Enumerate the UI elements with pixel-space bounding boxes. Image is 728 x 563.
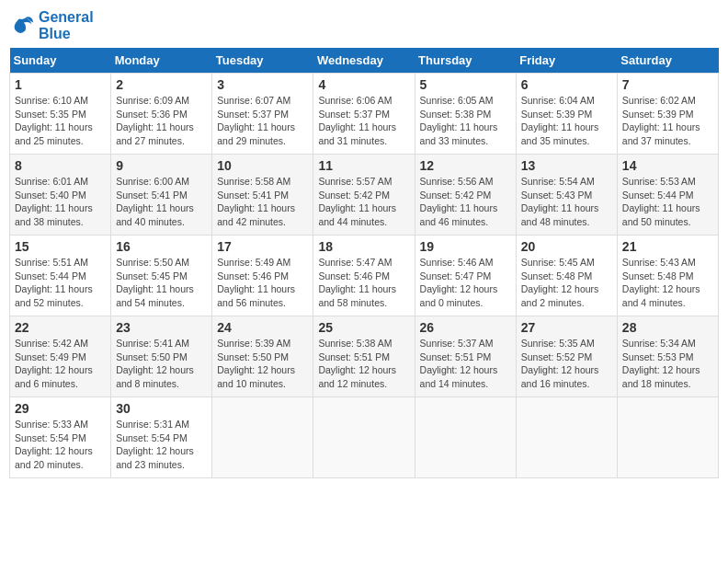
weekday-header-monday: Monday xyxy=(111,48,212,74)
calendar-cell: 13Sunrise: 5:54 AM Sunset: 5:43 PM Dayli… xyxy=(516,155,617,236)
day-detail: Sunrise: 5:38 AM Sunset: 5:51 PM Dayligh… xyxy=(318,337,409,391)
calendar-cell: 10Sunrise: 5:58 AM Sunset: 5:41 PM Dayli… xyxy=(212,155,313,236)
day-number: 12 xyxy=(420,158,511,173)
calendar-cell: 16Sunrise: 5:50 AM Sunset: 5:45 PM Dayli… xyxy=(111,236,212,316)
day-number: 10 xyxy=(217,158,308,173)
weekday-header-tuesday: Tuesday xyxy=(212,48,313,74)
calendar-cell: 5Sunrise: 6:05 AM Sunset: 5:38 PM Daylig… xyxy=(415,74,516,155)
calendar-cell: 6Sunrise: 6:04 AM Sunset: 5:39 PM Daylig… xyxy=(516,74,617,155)
day-detail: Sunrise: 5:50 AM Sunset: 5:45 PM Dayligh… xyxy=(116,256,207,310)
day-number: 22 xyxy=(15,320,106,335)
day-number: 24 xyxy=(217,320,308,335)
day-detail: Sunrise: 5:39 AM Sunset: 5:50 PM Dayligh… xyxy=(217,337,308,391)
day-detail: Sunrise: 6:05 AM Sunset: 5:38 PM Dayligh… xyxy=(420,94,511,148)
calendar-cell: 8Sunrise: 6:01 AM Sunset: 5:40 PM Daylig… xyxy=(10,155,111,236)
day-detail: Sunrise: 5:37 AM Sunset: 5:51 PM Dayligh… xyxy=(420,337,511,391)
logo-icon xyxy=(9,13,35,39)
day-detail: Sunrise: 5:53 AM Sunset: 5:44 PM Dayligh… xyxy=(622,175,713,229)
calendar-cell: 27Sunrise: 5:35 AM Sunset: 5:52 PM Dayli… xyxy=(516,316,617,397)
day-number: 28 xyxy=(622,320,713,335)
calendar-cell: 25Sunrise: 5:38 AM Sunset: 5:51 PM Dayli… xyxy=(313,316,415,397)
weekday-header-saturday: Saturday xyxy=(617,48,718,74)
day-detail: Sunrise: 5:49 AM Sunset: 5:46 PM Dayligh… xyxy=(217,256,308,310)
day-detail: Sunrise: 5:51 AM Sunset: 5:44 PM Dayligh… xyxy=(15,256,106,310)
calendar-cell: 30Sunrise: 5:31 AM Sunset: 5:54 PM Dayli… xyxy=(111,397,212,478)
day-number: 25 xyxy=(318,320,409,335)
day-number: 29 xyxy=(15,401,106,416)
day-number: 14 xyxy=(622,158,713,173)
day-number: 1 xyxy=(15,77,106,92)
day-number: 18 xyxy=(318,239,409,254)
weekday-header-wednesday: Wednesday xyxy=(313,48,415,74)
day-number: 5 xyxy=(420,77,511,92)
calendar-cell: 22Sunrise: 5:42 AM Sunset: 5:49 PM Dayli… xyxy=(10,316,111,397)
calendar-cell: 18Sunrise: 5:47 AM Sunset: 5:46 PM Dayli… xyxy=(313,236,415,316)
day-detail: Sunrise: 5:34 AM Sunset: 5:53 PM Dayligh… xyxy=(622,337,713,391)
day-detail: Sunrise: 6:06 AM Sunset: 5:37 PM Dayligh… xyxy=(318,94,409,148)
day-detail: Sunrise: 5:56 AM Sunset: 5:42 PM Dayligh… xyxy=(420,175,511,229)
calendar-cell: 29Sunrise: 5:33 AM Sunset: 5:54 PM Dayli… xyxy=(10,397,111,478)
day-number: 13 xyxy=(521,158,612,173)
calendar-week-1: 1Sunrise: 6:10 AM Sunset: 5:35 PM Daylig… xyxy=(10,74,719,155)
day-number: 11 xyxy=(318,158,409,173)
day-detail: Sunrise: 5:58 AM Sunset: 5:41 PM Dayligh… xyxy=(217,175,308,229)
calendar-cell: 20Sunrise: 5:45 AM Sunset: 5:48 PM Dayli… xyxy=(516,236,617,316)
day-detail: Sunrise: 5:54 AM Sunset: 5:43 PM Dayligh… xyxy=(521,175,612,229)
calendar-week-4: 22Sunrise: 5:42 AM Sunset: 5:49 PM Dayli… xyxy=(10,316,719,397)
day-detail: Sunrise: 5:35 AM Sunset: 5:52 PM Dayligh… xyxy=(521,337,612,391)
day-number: 19 xyxy=(420,239,511,254)
day-number: 27 xyxy=(521,320,612,335)
day-number: 15 xyxy=(15,239,106,254)
day-number: 6 xyxy=(521,77,612,92)
calendar-cell: 28Sunrise: 5:34 AM Sunset: 5:53 PM Dayli… xyxy=(617,316,718,397)
day-detail: Sunrise: 5:46 AM Sunset: 5:47 PM Dayligh… xyxy=(420,256,511,310)
day-number: 20 xyxy=(521,239,612,254)
day-detail: Sunrise: 5:41 AM Sunset: 5:50 PM Dayligh… xyxy=(116,337,207,391)
calendar-cell: 2Sunrise: 6:09 AM Sunset: 5:36 PM Daylig… xyxy=(111,74,212,155)
day-detail: Sunrise: 5:43 AM Sunset: 5:48 PM Dayligh… xyxy=(622,256,713,310)
calendar-week-3: 15Sunrise: 5:51 AM Sunset: 5:44 PM Dayli… xyxy=(10,236,719,316)
calendar-cell xyxy=(415,397,516,478)
weekday-header-sunday: Sunday xyxy=(10,48,111,74)
calendar-cell: 3Sunrise: 6:07 AM Sunset: 5:37 PM Daylig… xyxy=(212,74,313,155)
day-number: 16 xyxy=(116,239,207,254)
day-number: 3 xyxy=(217,77,308,92)
day-number: 21 xyxy=(622,239,713,254)
day-number: 8 xyxy=(15,158,106,173)
calendar-cell: 7Sunrise: 6:02 AM Sunset: 5:39 PM Daylig… xyxy=(617,74,718,155)
day-detail: Sunrise: 6:07 AM Sunset: 5:37 PM Dayligh… xyxy=(217,94,308,148)
weekday-header-friday: Friday xyxy=(516,48,617,74)
calendar-cell: 14Sunrise: 5:53 AM Sunset: 5:44 PM Dayli… xyxy=(617,155,718,236)
logo-text: General Blue xyxy=(39,9,94,42)
day-detail: Sunrise: 6:01 AM Sunset: 5:40 PM Dayligh… xyxy=(15,175,106,229)
day-number: 30 xyxy=(116,401,207,416)
day-number: 7 xyxy=(622,77,713,92)
calendar-cell: 26Sunrise: 5:37 AM Sunset: 5:51 PM Dayli… xyxy=(415,316,516,397)
calendar-cell xyxy=(516,397,617,478)
calendar-cell: 23Sunrise: 5:41 AM Sunset: 5:50 PM Dayli… xyxy=(111,316,212,397)
day-number: 26 xyxy=(420,320,511,335)
calendar-cell: 19Sunrise: 5:46 AM Sunset: 5:47 PM Dayli… xyxy=(415,236,516,316)
day-detail: Sunrise: 5:47 AM Sunset: 5:46 PM Dayligh… xyxy=(318,256,409,310)
logo: General Blue xyxy=(9,9,94,42)
day-detail: Sunrise: 6:02 AM Sunset: 5:39 PM Dayligh… xyxy=(622,94,713,148)
day-detail: Sunrise: 5:42 AM Sunset: 5:49 PM Dayligh… xyxy=(15,337,106,391)
calendar-table: SundayMondayTuesdayWednesdayThursdayFrid… xyxy=(9,48,719,478)
calendar-week-2: 8Sunrise: 6:01 AM Sunset: 5:40 PM Daylig… xyxy=(10,155,719,236)
calendar-cell: 4Sunrise: 6:06 AM Sunset: 5:37 PM Daylig… xyxy=(313,74,415,155)
page-header: General Blue xyxy=(9,9,719,42)
day-detail: Sunrise: 5:31 AM Sunset: 5:54 PM Dayligh… xyxy=(116,418,207,472)
calendar-cell: 15Sunrise: 5:51 AM Sunset: 5:44 PM Dayli… xyxy=(10,236,111,316)
day-detail: Sunrise: 6:00 AM Sunset: 5:41 PM Dayligh… xyxy=(116,175,207,229)
calendar-cell: 17Sunrise: 5:49 AM Sunset: 5:46 PM Dayli… xyxy=(212,236,313,316)
day-detail: Sunrise: 5:45 AM Sunset: 5:48 PM Dayligh… xyxy=(521,256,612,310)
calendar-cell: 21Sunrise: 5:43 AM Sunset: 5:48 PM Dayli… xyxy=(617,236,718,316)
day-detail: Sunrise: 5:33 AM Sunset: 5:54 PM Dayligh… xyxy=(15,418,106,472)
calendar-cell xyxy=(313,397,415,478)
day-detail: Sunrise: 5:57 AM Sunset: 5:42 PM Dayligh… xyxy=(318,175,409,229)
day-number: 4 xyxy=(318,77,409,92)
day-detail: Sunrise: 6:10 AM Sunset: 5:35 PM Dayligh… xyxy=(15,94,106,148)
day-number: 9 xyxy=(116,158,207,173)
day-number: 17 xyxy=(217,239,308,254)
day-number: 2 xyxy=(116,77,207,92)
